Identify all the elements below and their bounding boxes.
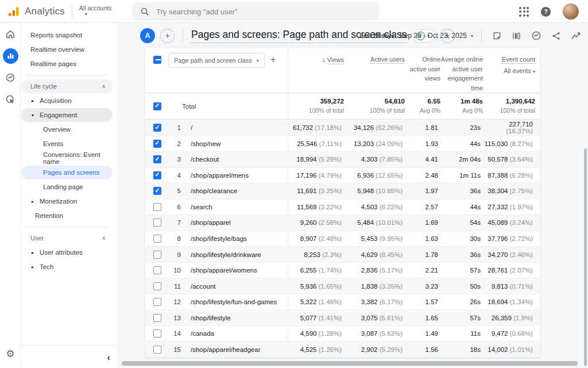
row-event-count: 50,578 (488, 156, 508, 163)
apps-grid-icon[interactable] (519, 7, 529, 17)
row-page-path[interactable]: /shop/new (181, 140, 285, 147)
comparisons-icon[interactable] (512, 31, 521, 41)
row-page-path[interactable]: /search (181, 204, 285, 210)
table-row: 1 / 61,732 (17.18%) 34,126 (62.26%) 1.81… (145, 120, 540, 136)
row-rank: 10 (168, 267, 181, 274)
sidebar-item-label: Retention (35, 212, 63, 219)
sidebar-section-user[interactable]: User∧ (21, 231, 113, 245)
row-page-path[interactable]: /shop/apparel/headgear (181, 346, 285, 353)
row-rank: 14 (168, 330, 181, 337)
sidebar-item-engagement[interactable]: ▾Engagement (21, 108, 113, 122)
row-checkbox[interactable] (153, 314, 161, 322)
table-total-row: Total 359,272100% of total 54,810100% of… (145, 93, 540, 120)
dimension-selector[interactable]: Page path and screen class ▾ (168, 53, 265, 68)
account-switcher-label: All accounts (79, 5, 112, 12)
home-icon[interactable] (0, 23, 21, 45)
row-checkbox[interactable] (153, 282, 161, 290)
sidebar-item-events[interactable]: Events (21, 137, 113, 151)
row-checkbox[interactable] (153, 203, 161, 211)
row-page-path[interactable]: /canada (181, 330, 285, 337)
row-page-path[interactable]: /shop/clearance (181, 187, 285, 194)
row-page-path[interactable]: /shop/apparel/womens (181, 267, 285, 274)
row-checkbox[interactable] (153, 171, 161, 179)
row-checkbox[interactable] (153, 235, 161, 243)
row-active-users-pct: (5.63%) (380, 330, 403, 337)
customize-report-icon[interactable] (571, 30, 581, 41)
share-icon[interactable] (551, 31, 561, 41)
notes-icon[interactable] (492, 31, 502, 41)
row-checkbox[interactable] (153, 187, 161, 195)
collapse-sidebar-icon[interactable]: ‹ (107, 353, 110, 362)
property-chip[interactable]: A (140, 28, 155, 43)
row-checkbox[interactable] (153, 140, 161, 148)
row-page-path[interactable]: /shop/lifestyle/bags (181, 235, 285, 242)
row-online-views: 4.41 (403, 156, 438, 163)
sidebar-item-monetization[interactable]: ▸Monetization (21, 194, 113, 208)
sidebar-section-life-cycle[interactable]: Life cycle∧ (21, 79, 113, 93)
row-page-path[interactable]: /shop/apparel (181, 219, 285, 226)
admin-gear-icon[interactable]: ⚙ (0, 348, 21, 360)
sidebar-item-reports-snapshot[interactable]: Reports snapshot (21, 28, 113, 42)
analytics-logo[interactable]: Analytics (0, 6, 65, 17)
add-dimension-button[interactable]: + (270, 55, 276, 65)
advertising-icon[interactable] (0, 89, 21, 110)
row-active-users: 34,126 (354, 124, 374, 131)
vertical-scrollbar[interactable] (584, 148, 587, 366)
column-header-views[interactable]: ↓Views (288, 48, 344, 93)
search-input[interactable]: Try searching "add user" (132, 2, 379, 21)
column-header-avg-engagement-time[interactable]: Average online active user engagement ti… (440, 48, 483, 93)
sidebar-item-label: Realtime overview (30, 46, 84, 53)
row-page-path[interactable]: /shop/lifestyle (181, 315, 285, 321)
sidebar-item-realtime-pages[interactable]: Realtime pages (21, 57, 113, 71)
sidebar-item-pages-and-screens[interactable]: Pages and screens (21, 166, 113, 179)
header-divider (481, 29, 482, 42)
sidebar-item-conversions-event-name[interactable]: Conversions: Event name (21, 151, 113, 165)
sidebar-item-retention[interactable]: Retention (21, 209, 113, 223)
report-table: Page path and screen class ▾ + ↓Views Ac… (145, 48, 540, 358)
account-switcher[interactable]: All accounts ▾ (79, 5, 112, 17)
table-body: 1 / 61,732 (17.18%) 34,126 (62.26%) 1.81… (145, 120, 540, 358)
row-checkbox[interactable] (153, 251, 161, 259)
explore-icon[interactable] (0, 67, 21, 89)
select-all-checkbox[interactable] (153, 56, 161, 64)
column-header-event-count[interactable]: Event count All events ▾ (483, 48, 542, 93)
reports-icon[interactable] (0, 45, 21, 67)
sidebar-item-realtime-overview[interactable]: Realtime overview (21, 43, 113, 56)
sidebar-item-tech[interactable]: ▸Tech (21, 260, 113, 274)
row-page-path[interactable]: /shop/lifestyle/drinkware (181, 251, 285, 258)
total-checkbox[interactable] (153, 102, 161, 110)
help-icon[interactable]: ? (541, 7, 551, 17)
avatar[interactable] (563, 3, 579, 20)
row-checkbox[interactable] (153, 155, 161, 163)
add-comparison-button[interactable]: + (160, 29, 175, 43)
sidebar-item-user-attributes[interactable]: ▸User attributes (21, 246, 113, 259)
date-range-picker[interactable]: Sep 26 - Oct 23, 2025 ▾ (400, 32, 473, 40)
sidebar-item-overview[interactable]: Overview (21, 122, 113, 136)
row-views-pct: (1.26%) (319, 346, 342, 353)
column-header-active-users[interactable]: Active users (344, 48, 405, 93)
row-page-path[interactable]: /account (181, 283, 285, 290)
row-views: 5,936 (300, 283, 317, 290)
row-avg-time: 1m 11s (438, 172, 481, 179)
row-page-path[interactable]: /checkout (181, 156, 285, 163)
dimension-selector-value: Page path and screen class (174, 57, 252, 64)
event-count-filter[interactable]: All events ▾ (483, 66, 535, 76)
row-event-count-pct: (0.71%) (510, 283, 533, 290)
horizontal-scrollbar[interactable] (122, 361, 578, 366)
sidebar-item-label: Monetization (40, 198, 77, 205)
row-checkbox[interactable] (153, 298, 161, 306)
row-page-path[interactable]: /shop/lifestyle/fun-and-games (181, 298, 285, 305)
insights-icon[interactable] (531, 30, 541, 41)
sidebar-item-landing-page[interactable]: Landing page (21, 180, 113, 194)
row-checkbox[interactable] (153, 329, 161, 338)
row-checkbox[interactable] (153, 346, 161, 354)
row-page-path[interactable]: / (181, 124, 285, 131)
column-header-online-active-user-views[interactable]: Online active user views (405, 48, 440, 93)
row-checkbox[interactable] (153, 218, 161, 227)
row-page-path[interactable]: /shop/apparel/mens (181, 172, 285, 179)
sidebar-item-acquisition[interactable]: ▸Acquisition (21, 94, 113, 108)
row-checkbox[interactable] (153, 266, 161, 274)
row-checkbox[interactable] (153, 124, 161, 132)
table-row: 13 /shop/lifestyle 5,077 (1.41%) 3,075 (… (145, 310, 540, 326)
sidebar-item-label: Conversions: Event name (43, 151, 113, 165)
